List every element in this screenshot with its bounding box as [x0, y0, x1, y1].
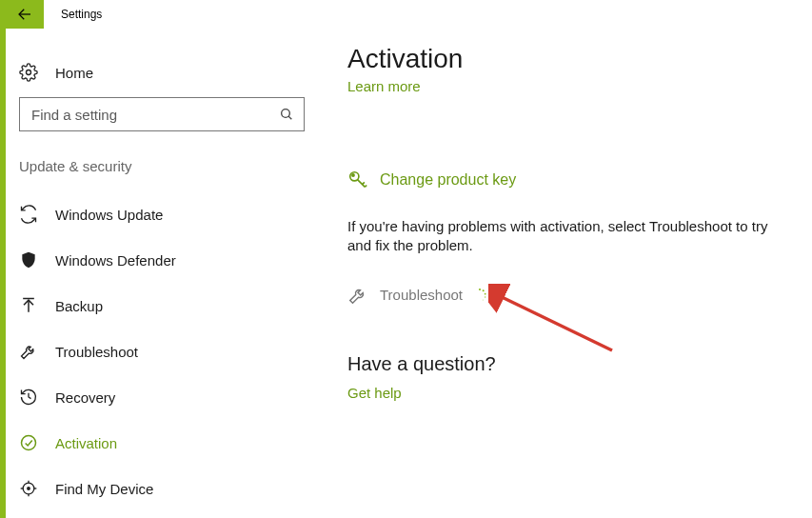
svg-line-16	[363, 182, 365, 184]
sidebar-item-recovery[interactable]: Recovery	[2, 374, 305, 420]
get-help-link[interactable]: Get help	[347, 385, 402, 401]
search-icon	[279, 107, 294, 122]
page-title: Activation	[347, 44, 795, 74]
sidebar-item-label: Recovery	[55, 389, 115, 406]
learn-more-link[interactable]: Learn more	[347, 78, 421, 94]
sidebar-item-backup[interactable]: Backup	[2, 283, 305, 329]
window-title: Settings	[61, 8, 102, 21]
svg-point-13	[350, 172, 359, 181]
key-icon	[347, 169, 368, 190]
troubleshoot-description: If you're having problems with activatio…	[347, 217, 795, 256]
sidebar-item-troubleshoot[interactable]: Troubleshoot	[2, 329, 305, 374]
upload-arrow-icon	[19, 296, 38, 315]
question-heading: Have a question?	[347, 353, 795, 375]
sidebar-section-header: Update & security	[19, 158, 305, 174]
history-icon	[19, 388, 38, 407]
gear-icon	[19, 63, 38, 82]
titlebar: Settings	[6, 0, 102, 29]
home-label: Home	[55, 65, 93, 81]
svg-point-22	[483, 299, 484, 300]
svg-point-2	[282, 110, 290, 118]
loading-spinner-icon	[472, 288, 487, 303]
troubleshoot-label: Troubleshoot	[380, 287, 463, 303]
main-content: Activation Learn more Change product key…	[347, 44, 795, 402]
sync-icon	[19, 205, 38, 224]
wrench-icon	[19, 342, 38, 361]
settings-sidebar: Home Update & security Windows Update	[19, 53, 305, 511]
svg-line-17	[365, 186, 366, 188]
svg-point-18	[479, 288, 481, 289]
search-input[interactable]	[30, 106, 279, 124]
sidebar-item-label: Find My Device	[55, 481, 153, 497]
change-product-key-label: Change product key	[380, 171, 516, 189]
sidebar-item-windows-update[interactable]: Windows Update	[2, 191, 305, 237]
sidebar-item-label: Windows Update	[55, 207, 163, 223]
svg-line-3	[288, 116, 291, 119]
shield-icon	[19, 250, 38, 269]
troubleshoot-button[interactable]: Troubleshoot	[347, 285, 795, 306]
location-crosshair-icon	[19, 479, 38, 498]
sidebar-nav: Windows Update Windows Defender Backup	[2, 191, 305, 511]
home-button[interactable]: Home	[19, 53, 305, 91]
svg-point-14	[352, 174, 354, 176]
svg-point-6	[22, 436, 36, 450]
svg-point-1	[27, 70, 31, 75]
svg-point-21	[485, 296, 485, 297]
check-circle-icon	[19, 433, 38, 452]
sidebar-item-label: Windows Defender	[55, 252, 176, 269]
sidebar-item-label: Activation	[55, 435, 117, 451]
sidebar-item-windows-defender[interactable]: Windows Defender	[2, 237, 305, 283]
sidebar-item-activation[interactable]: Activation	[2, 420, 305, 466]
sidebar-item-label: Backup	[55, 298, 103, 314]
search-box[interactable]	[19, 97, 305, 131]
svg-point-19	[483, 289, 485, 291]
svg-point-8	[28, 488, 30, 490]
sidebar-item-find-my-device[interactable]: Find My Device	[2, 466, 305, 511]
back-button[interactable]	[6, 0, 44, 29]
sidebar-item-label: Troubleshoot	[55, 344, 138, 360]
change-product-key-link[interactable]: Change product key	[347, 169, 795, 190]
back-arrow-icon	[16, 6, 33, 23]
svg-point-20	[485, 292, 486, 294]
wrench-icon	[347, 285, 368, 306]
